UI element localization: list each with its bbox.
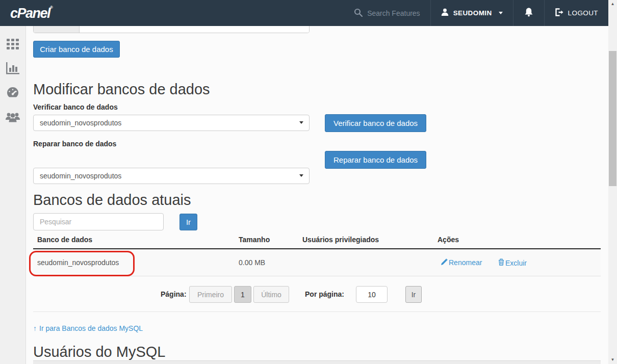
column-header-database: Banco de dados xyxy=(37,236,92,244)
repair-database-button[interactable]: Reparar banco de dados xyxy=(325,151,426,169)
pencil-icon xyxy=(441,258,448,267)
next-section-clipped-band xyxy=(33,360,601,364)
repair-database-label: Reparar banco de dados xyxy=(33,140,116,148)
select-caret-icon xyxy=(299,174,303,177)
create-database-button[interactable]: Criar banco de dados xyxy=(33,41,120,58)
cpanel-logo: cPanel® xyxy=(0,5,62,21)
search-placeholder-text[interactable]: Search Features xyxy=(367,9,420,17)
home-grid-icon xyxy=(7,39,19,51)
database-name-cell: seudomin_novosprodutos xyxy=(37,258,119,267)
column-header-actions: Ações xyxy=(438,236,459,244)
database-search-go-button[interactable]: Ir xyxy=(179,214,197,230)
per-page-input[interactable] xyxy=(356,286,388,303)
page-label: Página: xyxy=(161,290,187,298)
check-database-label: Verificar banco de dados xyxy=(33,103,118,111)
dashboard-gauge-icon xyxy=(6,87,19,101)
top-navbar: cPanel® Search Features SEUDOMIN LOGOUT xyxy=(0,0,608,26)
up-arrow-icon: ↑ xyxy=(33,324,37,332)
new-database-name-input[interactable] xyxy=(80,26,309,33)
pagination-current-page-button[interactable]: 1 xyxy=(234,286,251,303)
username-label: SEUDOMIN xyxy=(453,9,492,17)
check-database-select[interactable]: seudomin_novosprodutos xyxy=(33,115,310,131)
per-page-go-button[interactable]: Ir xyxy=(405,286,422,303)
registered-mark: ® xyxy=(50,5,53,10)
repair-database-select[interactable]: seudomin_novosprodutos xyxy=(33,168,310,184)
scroll-down-arrow-icon[interactable]: ▼ xyxy=(608,356,617,364)
pagination-first-button[interactable]: Primeiro xyxy=(189,286,232,303)
trash-icon xyxy=(498,258,504,267)
sidebar-item-home[interactable] xyxy=(0,33,26,57)
logout-icon xyxy=(555,8,563,18)
pagination-last-button[interactable]: Último xyxy=(253,286,289,303)
column-header-size: Tamanho xyxy=(239,236,270,244)
left-sidebar xyxy=(0,26,26,364)
sidebar-item-statistics[interactable] xyxy=(0,57,26,82)
scroll-up-arrow-icon[interactable]: ▲ xyxy=(608,0,617,8)
delete-database-link[interactable]: Excluir xyxy=(498,258,527,267)
table-row: seudomin_novosprodutos 0.00 MB Renomear … xyxy=(33,249,601,276)
db-prefix-addon xyxy=(34,26,80,33)
mysql-users-title: Usuários do MySQL xyxy=(33,343,166,360)
jump-to-mysql-databases-link[interactable]: ↑ Ir para Bancos de dados MySQL xyxy=(33,324,143,332)
database-size-cell: 0.00 MB xyxy=(239,258,265,267)
logout-button[interactable]: LOGOUT xyxy=(544,0,608,26)
database-search-input[interactable] xyxy=(33,213,164,230)
scrollbar-thumb[interactable] xyxy=(609,51,616,186)
statistics-bar-chart-icon xyxy=(6,62,19,76)
per-page-label: Por página: xyxy=(305,290,344,298)
check-database-selected-value: seudomin_novosprodutos xyxy=(40,119,121,127)
search-icon xyxy=(354,8,363,18)
rename-database-link[interactable]: Renomear xyxy=(441,258,482,267)
new-database-input-group xyxy=(33,26,310,33)
select-caret-icon xyxy=(299,121,303,124)
user-manager-users-icon xyxy=(6,111,20,125)
modify-databases-title: Modificar bancos de dados xyxy=(33,81,210,98)
column-header-privileged-users: Usuários privilegiados xyxy=(302,236,379,244)
cpanel-logo-text: cPanel xyxy=(10,6,50,21)
current-databases-title: Bancos de dados atuais xyxy=(33,191,191,209)
delete-label: Excluir xyxy=(505,259,527,267)
user-icon xyxy=(441,8,449,18)
search-features[interactable]: Search Features xyxy=(344,0,430,26)
main-content: Criar banco de dados Modificar bancos de… xyxy=(26,26,608,364)
rename-label: Renomear xyxy=(449,258,482,267)
vertical-scrollbar[interactable]: ▲ ▼ xyxy=(608,0,617,364)
chevron-down-icon xyxy=(499,12,503,14)
logout-label: LOGOUT xyxy=(568,9,598,17)
sidebar-item-dashboard[interactable] xyxy=(0,82,26,106)
repair-database-selected-value: seudomin_novosprodutos xyxy=(40,172,121,180)
check-database-button[interactable]: Verificar banco de dados xyxy=(325,114,426,132)
bell-icon xyxy=(524,7,534,19)
user-menu[interactable]: SEUDOMIN xyxy=(430,0,513,26)
jump-link-label: Ir para Bancos de dados MySQL xyxy=(39,324,143,332)
sidebar-item-user-manager[interactable] xyxy=(0,106,26,131)
table-bottom-rule xyxy=(33,311,601,312)
notifications-button[interactable] xyxy=(513,0,544,26)
